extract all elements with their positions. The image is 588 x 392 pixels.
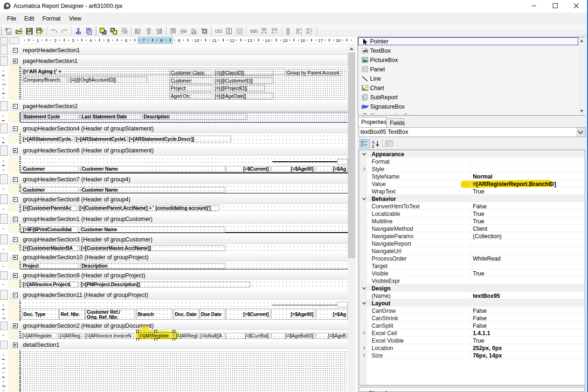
svg-text:Z: Z xyxy=(372,144,374,148)
svg-text:8: 8 xyxy=(160,38,162,43)
svg-text:2: 2 xyxy=(54,38,56,43)
svg-text:5: 5 xyxy=(107,38,110,43)
svg-text:10: 10 xyxy=(194,38,200,43)
svg-text:9: 9 xyxy=(178,38,180,43)
svg-text:+: + xyxy=(361,140,363,143)
svg-text:+: + xyxy=(361,144,363,146)
svg-text:4: 4 xyxy=(90,38,92,43)
svg-text:12: 12 xyxy=(229,38,235,43)
svg-text:16: 16 xyxy=(300,38,305,43)
svg-text:1: 1 xyxy=(1,317,6,320)
svg-text:14: 14 xyxy=(265,38,270,43)
svg-text:15: 15 xyxy=(283,38,288,43)
svg-text:1: 1 xyxy=(1,83,6,86)
svg-text:3: 3 xyxy=(72,38,74,43)
svg-text:17: 17 xyxy=(318,38,323,43)
svg-text:6: 6 xyxy=(125,38,127,43)
svg-text:1: 1 xyxy=(1,367,6,370)
svg-text:13: 13 xyxy=(247,38,252,43)
svg-text:11: 11 xyxy=(212,38,217,43)
svg-text:ab: ab xyxy=(363,48,368,53)
svg-text:2: 2 xyxy=(1,385,6,387)
svg-text:7: 7 xyxy=(143,38,145,43)
svg-text:1: 1 xyxy=(36,38,39,43)
svg-text:18: 18 xyxy=(336,38,341,43)
